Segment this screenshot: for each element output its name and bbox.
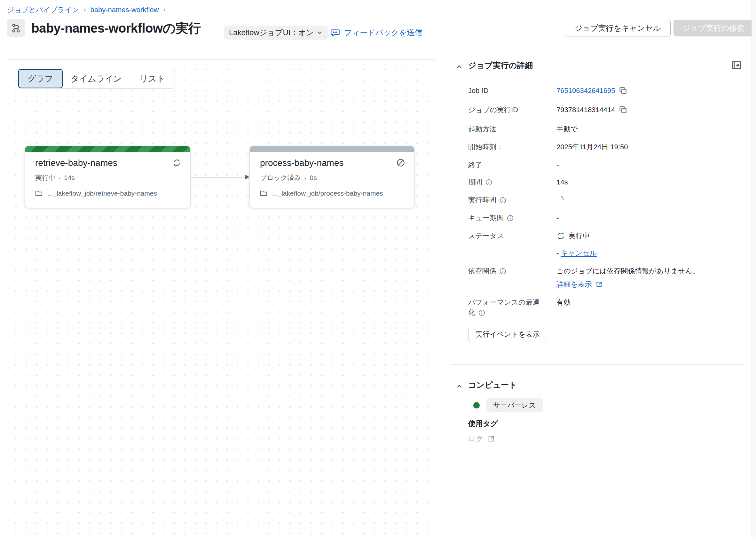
dependencies-row: 依存関係 このジョブには依存関係情報がありません。 詳細を表示	[468, 266, 748, 276]
launch-method-row: 起動方法 手動で	[468, 124, 748, 134]
show-run-events-button[interactable]: 実行イベントを表示	[468, 327, 547, 342]
task-status-line: 実行中·14s	[35, 173, 75, 182]
dependencies-message: このジョブには依存関係情報がありません。	[556, 267, 699, 275]
running-sync-icon	[172, 158, 181, 167]
view-tabs: グラフ タイムライン リスト	[18, 69, 175, 89]
status-row: ステータス 実行中	[468, 231, 748, 241]
performance-optimization-row: パフォーマンスの最適 化 有効	[468, 297, 748, 318]
breadcrumb-separator: ›	[83, 6, 86, 14]
queue-duration-row: キュー期間 -	[468, 213, 748, 223]
job-id-row: Job ID 765106342641695	[468, 86, 748, 96]
tab-list[interactable]: リスト	[130, 69, 175, 88]
details-section-title: ジョブ実行の詳細	[468, 60, 533, 71]
serverless-chip[interactable]: サーバーレス	[486, 398, 543, 412]
external-link-icon	[595, 281, 603, 288]
loading-spinner-icon	[556, 195, 565, 203]
task-status-line: ブロック済み·0s	[260, 173, 317, 182]
task-name: retrieve-baby-names	[35, 158, 117, 168]
blocked-status-bar	[250, 146, 414, 152]
external-link-icon	[487, 435, 495, 443]
folder-icon	[259, 189, 268, 197]
task-node-retrieve-baby-names[interactable]: retrieve-baby-names 実行中·14s ..._lakeflow…	[24, 146, 191, 208]
info-icon[interactable]	[499, 268, 507, 275]
chevron-down-icon	[317, 29, 323, 36]
cancel-run-link[interactable]: キャンセル	[560, 249, 597, 257]
collapse-panel-icon[interactable]	[731, 60, 742, 71]
status-value: 実行中	[569, 231, 590, 241]
start-time-row: 開始時刻： 2025年11月24日 19:50	[468, 142, 748, 152]
speech-bubble-icon	[330, 27, 340, 38]
run-id-value: 793781418314414	[556, 106, 615, 114]
vertical-scrollbar[interactable]	[751, 0, 756, 537]
tab-timeline[interactable]: タイムライン	[63, 69, 130, 88]
task-node-process-baby-names[interactable]: process-baby-names ブロック済み·0s ..._lakeflo…	[249, 146, 415, 208]
send-feedback-label[interactable]: フィードバックを送信	[344, 27, 422, 38]
page-title: baby-names-workflowの実行	[31, 19, 201, 37]
lakeflow-ui-toggle[interactable]: LakeflowジョブUI：オン	[224, 25, 328, 40]
collapse-section-chevron-icon[interactable]	[455, 62, 463, 70]
lakeflow-ui-toggle-label: LakeflowジョブUI：オン	[229, 27, 314, 38]
breadcrumb-separator: ›	[163, 6, 165, 14]
breadcrumb: ジョブとパイプライン › baby-names-workflow ›	[7, 5, 166, 15]
copy-icon[interactable]	[618, 105, 627, 114]
execution-time-row: 実行時間	[468, 195, 748, 205]
breadcrumb-workflow-link[interactable]: baby-names-workflow	[90, 6, 158, 14]
running-progress-bar	[25, 146, 190, 152]
end-time-row: 終了 -	[468, 160, 748, 170]
usage-tags-label: 使用タグ	[468, 419, 498, 429]
job-id-link[interactable]: 765106342641695	[556, 87, 615, 95]
job-run-details-panel: ジョブ実行の詳細 Job ID 765106342641695 ジョブの実行ID…	[448, 0, 751, 537]
folder-icon	[34, 189, 43, 197]
duration-row: 期間 14s	[468, 177, 748, 187]
info-icon[interactable]	[485, 179, 493, 186]
copy-icon[interactable]	[618, 86, 627, 95]
tab-graph[interactable]: グラフ	[18, 69, 63, 88]
compute-section-title: コンピュート	[468, 380, 517, 390]
collapse-section-chevron-icon[interactable]	[455, 382, 463, 390]
info-icon[interactable]	[499, 196, 507, 204]
task-path: ..._lakeflow_job/retrieve-baby-names	[34, 189, 157, 197]
workflow-icon	[7, 19, 25, 37]
info-icon[interactable]	[478, 309, 485, 316]
task-edge-arrowhead	[245, 175, 249, 179]
compute-running-dot	[473, 402, 480, 408]
running-sync-icon	[556, 231, 565, 240]
task-path: ..._lakeflow_job/process-baby-names	[259, 189, 383, 197]
logs-link[interactable]: ログ	[468, 434, 495, 444]
send-feedback-link[interactable]: フィードバックを送信	[330, 27, 422, 38]
run-id-row: ジョブの実行ID 793781418314414	[468, 105, 748, 115]
task-name: process-baby-names	[260, 158, 343, 168]
info-icon[interactable]	[507, 215, 514, 222]
breadcrumb-jobs-link[interactable]: ジョブとパイプライン	[7, 5, 79, 15]
task-edge	[191, 177, 245, 177]
job-run-page: ジョブとパイプライン › baby-names-workflow › baby-…	[0, 0, 756, 537]
graph-canvas[interactable]: グラフ タイムライン リスト retrieve-baby-names 実行中·1…	[7, 60, 436, 537]
show-details-link[interactable]: 詳細を表示	[556, 279, 603, 290]
blocked-icon	[396, 158, 405, 167]
section-divider	[450, 364, 744, 365]
